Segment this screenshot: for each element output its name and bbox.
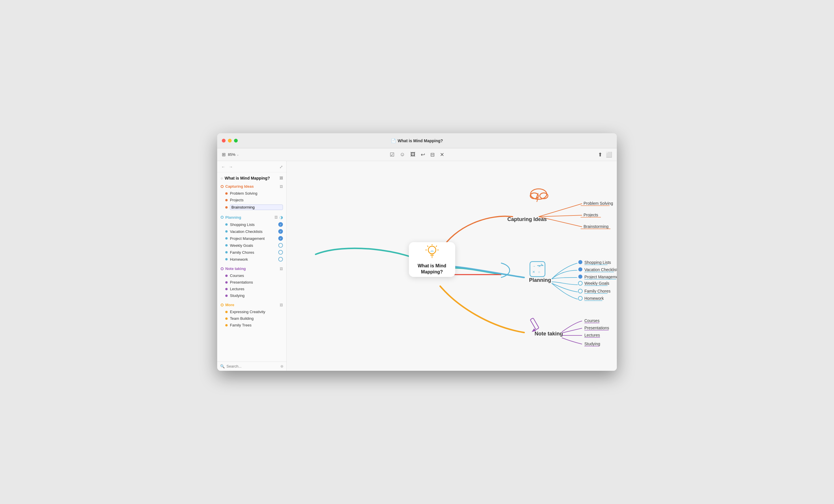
- nav-forward-button[interactable]: →: [228, 164, 234, 170]
- svg-text:○: ○: [538, 270, 540, 274]
- list-item[interactable]: Lectures: [225, 286, 286, 292]
- center-node-text: What is Mind Mapping?: [409, 263, 455, 275]
- svg-rect-19: [578, 267, 583, 271]
- checkbox-weekly-goals[interactable]: [278, 243, 283, 248]
- window-title: What is Mind Mapping?: [398, 138, 443, 143]
- list-item[interactable]: Projects: [225, 197, 286, 203]
- sidebar-section-more: More 🖼 Expressing Creativity Team Buildi: [217, 301, 286, 330]
- list-item[interactable]: Family Trees: [225, 322, 286, 328]
- checkbox-family-chores[interactable]: [278, 250, 283, 255]
- list-item[interactable]: Family Chores: [225, 249, 286, 256]
- search-options-icon[interactable]: ⊕: [280, 364, 284, 369]
- note-taking-img-icon: 🖼: [280, 267, 283, 270]
- expand-sidebar-button[interactable]: ⤢: [280, 165, 283, 169]
- item-label: Team Building: [230, 316, 283, 321]
- sidebar-header: ← → ⤢: [217, 161, 286, 172]
- center-node[interactable]: What is Mind Mapping?: [409, 242, 455, 277]
- planning-child-vacation: Vacation Checklists: [585, 267, 617, 272]
- checkbox-homework[interactable]: [278, 257, 283, 262]
- item-dot: [225, 244, 227, 246]
- image-icon[interactable]: 🖼: [410, 152, 416, 158]
- minimize-button[interactable]: [228, 139, 232, 143]
- undo-icon[interactable]: ↩: [421, 152, 425, 158]
- mindmap-canvas[interactable]: Capturing Ideas Problem Solving Projects…: [287, 161, 617, 371]
- search-icon: 🔍: [220, 364, 225, 369]
- list-item[interactable]: Vacation Checklists: [225, 228, 286, 235]
- close-button[interactable]: [222, 139, 225, 143]
- list-item[interactable]: Team Building: [225, 315, 286, 322]
- note-taking-header[interactable]: Note taking 🖼: [217, 265, 286, 272]
- planning-label: Planning: [225, 215, 273, 220]
- item-label: Vacation Checklists: [230, 229, 276, 234]
- brainstorming-input[interactable]: [230, 204, 283, 210]
- capturing-ideas-header[interactable]: Capturing Ideas 🖼: [217, 183, 286, 190]
- check-shopping-lists: [578, 260, 583, 264]
- zoom-value[interactable]: 85% ⌄: [228, 152, 239, 157]
- checkbox-shopping-lists[interactable]: [278, 222, 283, 227]
- note-taking-child-courses: Courses: [585, 318, 599, 323]
- list-item[interactable]: Shopping Lists: [225, 221, 286, 228]
- toolbar-left: ⊞ 85% ⌄: [222, 152, 239, 157]
- window-title-area: 📄 What is Mind Mapping?: [391, 138, 443, 143]
- list-item[interactable]: Problem Solving: [225, 190, 286, 197]
- checkbox-vacation-checklists[interactable]: [278, 229, 283, 234]
- planning-dot: [221, 216, 223, 219]
- capturing-ideas-items: Problem Solving Projects: [217, 190, 286, 212]
- maximize-button[interactable]: [234, 139, 238, 143]
- title-doc-icon: 📄: [391, 138, 396, 143]
- list-item[interactable]: Weekly Goals: [225, 242, 286, 249]
- item-label: Courses: [230, 273, 283, 278]
- capturing-ideas-icons: 🖼: [280, 185, 283, 188]
- branch-label-note-taking: Note taking: [534, 331, 563, 336]
- list-item[interactable]: Studying: [225, 292, 286, 299]
- app-window: 📄 What is Mind Mapping? ⊞ 85% ⌄ ☑ ☺ 🖼 ↩ …: [217, 133, 617, 371]
- planning-child-projects: Project Management: [585, 275, 617, 279]
- planning-header[interactable]: Planning 🖼 ◑: [217, 214, 286, 221]
- emoji-icon[interactable]: ☺: [400, 152, 405, 158]
- sidebar-icon[interactable]: ⊞: [222, 152, 225, 157]
- sidebar-section-capturing-ideas: Capturing Ideas 🖼 Problem Solving Projec: [217, 183, 286, 212]
- svg-rect-22: [578, 275, 583, 279]
- svg-text:✓: ✓: [576, 276, 579, 279]
- list-item[interactable]: Project Management: [225, 235, 286, 242]
- item-dot: [225, 288, 227, 290]
- traffic-lights: [222, 139, 238, 143]
- list-item[interactable]: Presentations: [225, 279, 286, 286]
- titlebar: 📄 What is Mind Mapping?: [217, 133, 617, 148]
- note-taking-icons: 🖼: [280, 267, 283, 270]
- item-dot: [225, 324, 227, 326]
- minus-icon[interactable]: ⊟: [430, 152, 435, 158]
- svg-text:✓: ✓: [576, 268, 579, 271]
- root-circle-icon: ○: [221, 176, 223, 180]
- item-label: Shopping Lists: [230, 222, 276, 227]
- item-dot: [225, 206, 227, 209]
- planning-child-family-chores: Family Chores: [585, 289, 611, 293]
- toolbar-center: ☑ ☺ 🖼 ↩ ⊟ ✕: [390, 152, 444, 158]
- more-icons: 🖼: [280, 303, 283, 307]
- sidebar-root-item[interactable]: ○ What is Mind Mapping? 🖼: [217, 175, 286, 182]
- planning-child-weekly-goals: Weekly Goals: [585, 281, 609, 286]
- share-icon[interactable]: ⬆: [598, 152, 602, 158]
- checkbox-project-management[interactable]: [278, 236, 283, 241]
- check-icon[interactable]: ☑: [390, 152, 394, 158]
- list-item[interactable]: [225, 203, 286, 211]
- item-dot: [225, 275, 227, 277]
- capturing-ideas-img-icon: 🖼: [280, 185, 283, 188]
- planning-child-shopping: Shopping Lists: [585, 260, 611, 265]
- svg-text:✕: ✕: [538, 264, 541, 268]
- item-dot: [225, 223, 227, 226]
- capturing-ideas-dot: [221, 185, 223, 188]
- expand-icon[interactable]: ✕: [440, 152, 444, 158]
- more-header[interactable]: More 🖼: [217, 301, 286, 308]
- list-item[interactable]: Homework: [225, 256, 286, 263]
- nav-back-button[interactable]: ←: [221, 164, 226, 170]
- root-label: What is Mind Mapping?: [225, 176, 270, 180]
- item-label: Problem Solving: [230, 191, 283, 196]
- list-item[interactable]: Expressing Creativity: [225, 308, 286, 315]
- layout-icon[interactable]: ⬜: [606, 152, 612, 158]
- item-dot: [225, 317, 227, 320]
- item-label: Project Management: [230, 236, 276, 241]
- search-input[interactable]: [226, 364, 279, 369]
- zoom-control[interactable]: ⊞: [222, 152, 225, 157]
- list-item[interactable]: Courses: [225, 272, 286, 279]
